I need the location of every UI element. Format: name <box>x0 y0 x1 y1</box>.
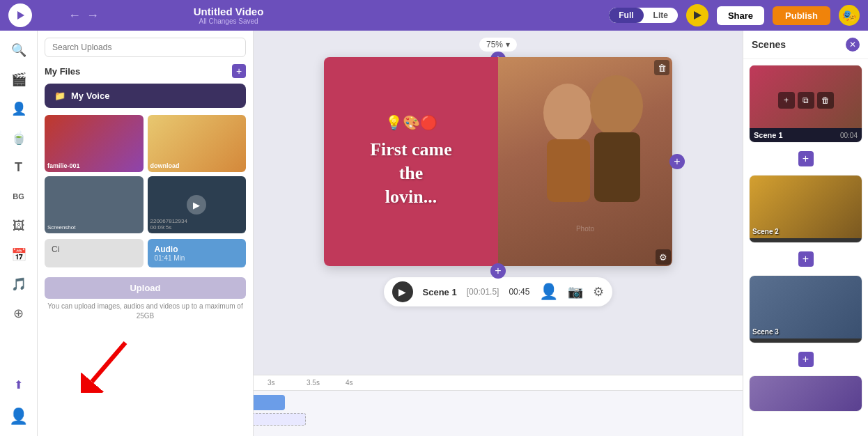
ruler-mark-7: 3.5s <box>307 379 346 387</box>
sidebar-item-search[interactable]: 🔍 <box>6 38 31 63</box>
scene-label: Scene 1 <box>423 287 457 297</box>
camera-icon[interactable]: 📷 <box>568 284 583 299</box>
timeline-track-secondary <box>254 413 306 426</box>
preview-play-button[interactable] <box>686 4 708 26</box>
mode-lite[interactable]: Lite <box>644 8 678 23</box>
upload-note: You can upload images, audios and videos… <box>45 302 246 321</box>
svg-point-7 <box>590 75 643 137</box>
video-title: Untitled Video <box>107 6 350 17</box>
couple-image: Photo <box>498 57 672 266</box>
canvas-area: 75% ▾ + 💡🎨🔴 First came the lovin... <box>254 31 743 436</box>
bottom-toolbar: ▶ Scene 1 [00:01.5] 00:45 👤 📷 ⚙ <box>384 277 613 306</box>
file-thumb-1[interactable]: familie-001 <box>45 115 144 172</box>
sidebar-item-background[interactable]: BG <box>6 184 31 209</box>
user-avatar[interactable]: 🎭 <box>839 5 860 26</box>
file-thumb-4[interactable]: 220067812934 00:09:5s ▶ <box>148 176 247 233</box>
nav-icon-right[interactable]: → <box>86 8 99 23</box>
scene-1-delete-button[interactable]: 🗑 <box>817 92 834 109</box>
upload-panel: My Files + 📁 My Voice familie-001 downlo… <box>38 31 254 436</box>
sidebar-item-user[interactable]: 👤 <box>6 404 31 429</box>
scenes-header: Scenes ✕ <box>743 31 868 59</box>
canvas-add-bottom-button[interactable]: + <box>490 263 506 279</box>
add-scene-button-1[interactable]: + <box>798 151 814 166</box>
canvas-wrapper: + 💡🎨🔴 First came the lovin... <box>324 57 672 266</box>
sidebar-item-music[interactable]: 🎵 <box>6 272 31 297</box>
svg-point-5 <box>543 84 592 142</box>
scene-add-between-1-2: + <box>743 148 868 169</box>
scene-1-actions: + ⧉ 🗑 <box>778 92 834 109</box>
chevron-down-icon: ▾ <box>506 40 510 49</box>
scene-duration: 00:45 <box>509 287 529 297</box>
file-thumb-3[interactable]: Screenshot <box>45 176 144 233</box>
scene-timecode: [00:01.5] <box>467 287 499 297</box>
scene-card-2[interactable]: Scene 2 <box>749 175 862 243</box>
content-area: My Files + 📁 My Voice familie-001 downlo… <box>38 31 868 436</box>
zoom-badge[interactable]: 75% ▾ <box>479 38 517 52</box>
search-uploads-input[interactable] <box>45 38 246 57</box>
add-scene-button-3[interactable]: + <box>798 352 814 367</box>
sidebar-item-sticker[interactable]: 🍵 <box>6 125 31 150</box>
sidebar-item-plus[interactable]: ⊕ <box>6 301 31 326</box>
canvas-left-panel: 💡🎨🔴 First came the lovin... <box>324 57 498 266</box>
canvas-settings-button[interactable]: ⚙ <box>656 249 671 265</box>
timeline-ruler: 0s 0.5s 1s 1.5s 2s 2.5s 3s 3.5s 4s <box>254 375 743 391</box>
svg-text:Photo: Photo <box>576 225 595 233</box>
scenes-panel: Scenes ✕ + ⧉ 🗑 Scene 1 00:04 <box>743 31 868 436</box>
icon-sidebar: 🔍 🎬 👤 🍵 T BG 🖼 📅 🎵 ⊕ ⬆ 👤 <box>0 31 38 436</box>
canvas-trash-button[interactable]: 🗑 <box>654 60 669 75</box>
file-grid: familie-001 download Screenshot 22006781… <box>45 115 246 233</box>
scene-card-1[interactable]: + ⧉ 🗑 Scene 1 00:04 <box>749 65 862 143</box>
my-voice-button[interactable]: 📁 My Voice <box>45 84 246 108</box>
my-files-title: My Files + <box>45 64 246 78</box>
folder-icon: 📁 <box>54 91 65 101</box>
sidebar-item-video[interactable]: 🎬 <box>6 67 31 92</box>
nav-icon-left[interactable]: ← <box>68 8 81 23</box>
scene-1-info: Scene 1 00:04 <box>750 128 862 142</box>
canvas-text: First came the lovin... <box>370 138 452 208</box>
add-scene-button-2[interactable]: + <box>798 251 814 267</box>
sidebar-item-upload[interactable]: ⬆ <box>6 372 31 397</box>
sidebar-item-calendar[interactable]: 📅 <box>6 242 31 267</box>
scene-card-3[interactable]: Scene 3 <box>749 275 862 343</box>
file-thumb-2[interactable]: download <box>148 115 247 172</box>
canvas-lights-decoration: 💡🎨🔴 <box>385 114 437 131</box>
sidebar-item-text[interactable]: T <box>6 155 31 180</box>
logo[interactable] <box>8 3 32 27</box>
scene-card-4-partial[interactable] <box>749 375 862 412</box>
scene-1-add-button[interactable]: + <box>778 92 795 109</box>
scene-thumb-3: Scene 3 <box>750 276 862 338</box>
upload-button[interactable]: Upload <box>45 277 246 299</box>
svg-rect-6 <box>547 139 590 202</box>
mode-full[interactable]: Full <box>609 8 643 23</box>
scenes-close-button[interactable]: ✕ <box>846 38 860 52</box>
save-status: All Changes Saved <box>107 17 350 25</box>
video-play-icon: ▶ <box>187 195 206 215</box>
ruler-mark-8: 4s <box>346 379 385 387</box>
ruler-mark-6: 3s <box>268 379 307 387</box>
title-area: Untitled Video All Changes Saved <box>107 6 350 25</box>
canvas-right-panel: Photo <box>498 57 672 266</box>
person-icon[interactable]: 👤 <box>539 283 558 301</box>
ruler-mark-5: 2.5s <box>254 379 268 387</box>
publish-button[interactable]: Publish <box>773 6 830 25</box>
scenes-title: Scenes <box>752 39 786 50</box>
topbar: ← → Untitled Video All Changes Saved Ful… <box>0 0 868 31</box>
settings-icon[interactable]: ⚙ <box>593 284 604 299</box>
add-file-button[interactable]: + <box>232 64 246 78</box>
ci-file[interactable]: Ci <box>45 239 144 267</box>
timeline-track-main: ~ <box>254 395 285 410</box>
canvas-add-right-button[interactable]: + <box>669 154 685 169</box>
sidebar-item-image[interactable]: 🖼 <box>6 213 31 238</box>
scene-add-after-3: + <box>743 349 868 370</box>
sidebar-item-person[interactable]: 👤 <box>6 96 31 121</box>
audio-file[interactable]: Audio 01:41 Min <box>148 239 247 267</box>
scene-play-button[interactable]: ▶ <box>392 281 413 302</box>
scene-1-copy-button[interactable]: ⧉ <box>798 92 814 109</box>
canvas-frame: 💡🎨🔴 First came the lovin... <box>324 57 672 266</box>
mode-toggle[interactable]: Full Lite <box>609 8 678 23</box>
scene-thumb-1: + ⧉ 🗑 <box>750 65 862 128</box>
scene-add-between-2-3: + <box>743 249 868 270</box>
share-button[interactable]: Share <box>717 6 764 25</box>
svg-rect-8 <box>594 132 640 202</box>
timeline: 0s 0.5s 1s 1.5s 2s 2.5s 3s 3.5s 4s <box>254 375 743 436</box>
